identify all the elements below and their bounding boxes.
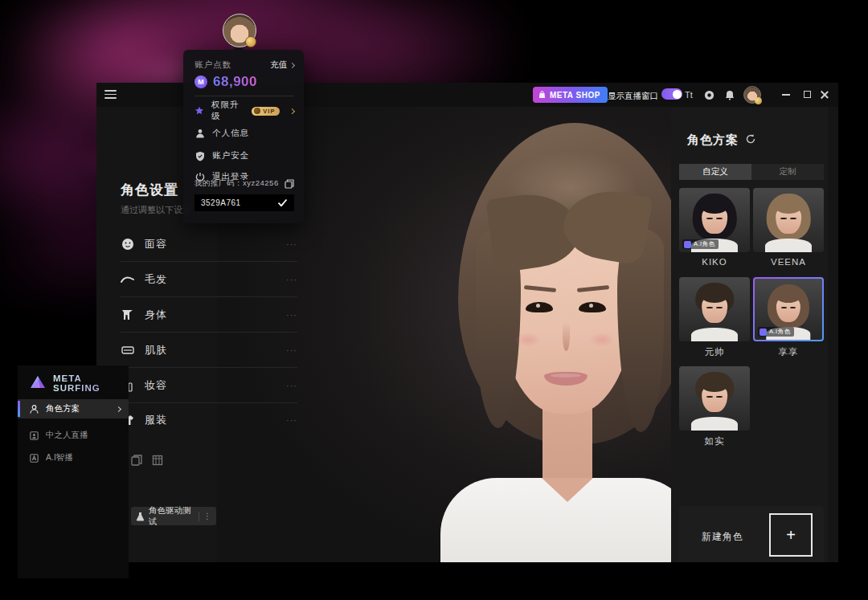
promo-code-value: 3529A761 [201,198,241,207]
character-name: KIKO [679,257,750,267]
character-name: VEENA [753,257,824,267]
more-options[interactable]: ··· [286,310,297,320]
more-options[interactable]: ··· [286,275,297,284]
divider [121,296,297,297]
font-size-icon[interactable]: Tt [681,87,697,103]
roster-title: 角色方案 [687,133,739,148]
shield-icon [194,151,205,161]
more-options[interactable]: ··· [286,415,297,425]
new-character-section: 新建角色 + [679,506,824,562]
settings-item-clothing[interactable]: 服装 ··· [121,410,297,430]
brand-sidebar: META SURFING 角色方案 中之人直播 A.I智播 [18,365,129,578]
ai-character-badge: A.I角色 [682,239,719,249]
settings-title: 角色设置 [121,181,178,199]
settings-subtitle: 通过调整以下设置 [121,204,191,216]
meta-coin-icon: M [194,76,207,88]
recharge-link[interactable]: 充值 [270,59,294,71]
character-name: 享享 [753,346,824,358]
sidebar-item-character-plan[interactable]: 角色方案 [18,399,129,418]
bell-icon[interactable] [722,87,738,103]
vip-mini-badge [755,97,762,104]
character-name: 如实 [679,435,750,447]
vip-gold-badge [245,36,256,47]
refresh-icon[interactable] [745,133,756,145]
settings-item-makeup[interactable]: 妆容 ··· [121,376,297,395]
add-character-button[interactable]: + [769,513,813,557]
promo-code-input[interactable]: 3529A761 [194,194,294,211]
character-name: 元帅 [679,346,750,358]
character-card-yuanshuai[interactable]: 元帅 [679,277,750,358]
character-card-kiko[interactable]: A.I角色 KIKO [679,188,750,267]
settings-item-hair[interactable]: 毛发 ··· [121,270,297,289]
divider [194,96,294,96]
star-icon [194,106,204,116]
meta-shop-label: META SHOP [550,91,600,100]
points-label: 账户点数 [194,59,231,71]
new-character-label: 新建角色 [702,530,743,544]
ai-box-icon [30,454,39,463]
vip-badge: VIP [252,107,280,116]
chevron-right-icon [116,406,121,411]
divider [121,402,297,403]
character-card-xiangxiang[interactable]: A.I角色 享享 [753,277,824,358]
more-options[interactable]: ··· [286,345,297,355]
avatar-eye [526,302,553,312]
live-person-icon [30,431,39,440]
character-card-veena[interactable]: VEENA [753,188,824,267]
copy-icon[interactable] [131,455,143,467]
settings-item-face[interactable]: 面容 ··· [121,235,297,254]
ai-chip-icon [684,241,691,248]
drive-test-button[interactable]: 角色驱动测试 ⋮ [131,507,216,525]
more-options[interactable]: ··· [286,381,297,390]
account-avatar[interactable] [223,14,256,47]
menu-item-upgrade[interactable]: 权限升级 VIP [194,103,294,119]
shop-bag-icon [538,91,546,99]
account-dropdown: 账户点数 充值 M 68,900 权限升级 VIP 个人信息 账户安全 [183,50,304,223]
points-value: 68,900 [213,74,257,90]
maximize-button[interactable] [803,91,813,99]
character-card-rushi[interactable]: 如实 [679,366,750,447]
menu-item-security[interactable]: 账户安全 [194,148,294,164]
minimize-button[interactable] [782,91,792,99]
vip-coin-icon [254,108,260,114]
divider [121,261,297,262]
flask-icon [136,512,145,521]
divider [121,332,297,333]
ai-chip-icon [760,329,767,336]
avatar-blush [585,330,619,349]
roster-tabs: 自定义 定制 [679,164,824,180]
promo-code-label: 我的推广码：xyz24256 [194,178,279,189]
sidebar-item-live[interactable]: 中之人直播 [18,426,129,445]
settings-item-body[interactable]: 身体 ··· [121,305,297,324]
divider [121,367,297,368]
copy-icon[interactable] [285,179,294,189]
meta-surfing-logo [29,375,47,391]
tab-tailored[interactable]: 定制 [751,164,824,180]
close-button[interactable] [821,91,830,99]
chevron-right-icon [289,62,295,67]
check-icon[interactable] [277,198,288,207]
meta-shop-button[interactable]: META SHOP [533,87,608,103]
titlebar-avatar[interactable] [743,86,761,104]
live-window-toggle-label: 显示直播窗口 [608,91,658,102]
settings-item-skin[interactable]: 肌肤 ··· [121,341,297,360]
live-window-toggle[interactable] [661,88,682,100]
chevron-right-icon [289,108,295,114]
body-icon [121,308,134,322]
ai-character-badge: A.I角色 [758,327,794,337]
avatar-blush [511,330,545,349]
hamburger-menu-icon[interactable] [104,90,117,99]
person-icon [194,129,205,139]
roster-panel: 角色方案 自定义 定制 A.I角色 KIKO VEENA 元帅 A.I角色 [671,107,828,562]
tab-custom[interactable]: 自定义 [679,164,751,180]
more-options[interactable]: ··· [286,239,297,249]
sidebar-item-ai-broadcast[interactable]: A.I智播 [18,448,129,467]
face-icon [121,238,134,251]
kebab-menu-icon[interactable]: ⋮ [203,515,211,518]
skin-icon [121,344,134,357]
avatar-eye [579,302,606,312]
person-icon [30,405,39,414]
menu-item-profile[interactable]: 个人信息 [194,125,294,141]
grid-icon[interactable] [152,455,164,467]
settings-circle-icon[interactable] [701,87,717,103]
